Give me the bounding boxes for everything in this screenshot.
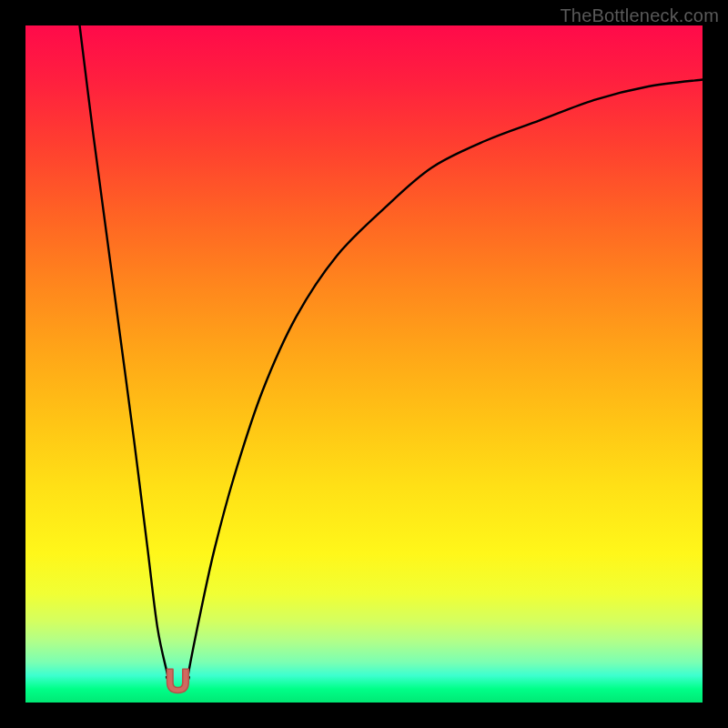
chart-frame: TheBottleneck.com: [0, 0, 728, 728]
minimum-marker: [167, 669, 189, 693]
bottleneck-curve: [80, 25, 703, 692]
plot-area: [25, 25, 703, 703]
curve-layer: [25, 25, 703, 703]
watermark-text: TheBottleneck.com: [560, 5, 719, 26]
